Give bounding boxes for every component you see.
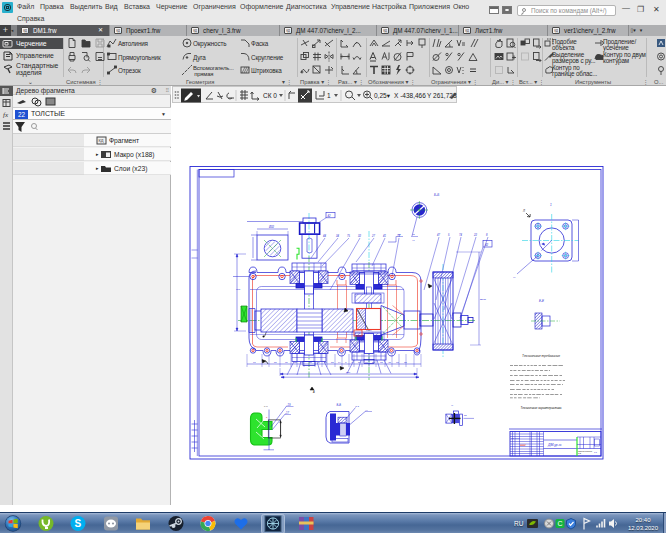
svg-text:Ø32: Ø32	[268, 225, 274, 229]
svg-text:Б-Б: Б-Б	[336, 403, 341, 407]
svg-text:КД: КД	[98, 138, 103, 143]
svg-text:40: 40	[388, 361, 391, 363]
svg-text:1: 1	[550, 203, 552, 207]
svg-text:10: 10	[380, 361, 383, 363]
svg-text:41: 41	[383, 234, 386, 238]
svg-text:34: 34	[336, 234, 339, 238]
svg-text:42: 42	[412, 233, 415, 236]
svg-text:78: 78	[398, 233, 401, 236]
svg-text:17: 17	[338, 361, 341, 363]
svg-text:8: 8	[486, 233, 488, 237]
svg-text:Б-Б: Б-Б	[434, 193, 439, 197]
svg-text:19: 19	[253, 361, 256, 363]
svg-text:22: 22	[473, 233, 477, 237]
svg-text:ДМ.ур.ю: ДМ.ур.ю	[547, 443, 562, 447]
svg-text:Л: Л	[522, 209, 525, 213]
svg-text:А: А	[312, 390, 315, 394]
svg-text:17: 17	[286, 411, 289, 415]
svg-text:32: 32	[358, 234, 361, 238]
svg-text:Ø125: Ø125	[479, 298, 487, 301]
svg-text:30: 30	[324, 361, 327, 363]
svg-text:165: 165	[236, 288, 241, 291]
svg-text:75: 75	[347, 234, 350, 238]
svg-text:74: 74	[459, 233, 462, 237]
svg-text:16: 16	[285, 361, 288, 363]
svg-text:5: 5	[448, 233, 450, 237]
svg-text:2: 2	[265, 416, 268, 418]
svg-text:1:2: 1:2	[578, 452, 582, 454]
svg-text:42: 42	[328, 214, 331, 218]
svg-text:Е-Е: Е-Е	[539, 299, 545, 303]
svg-text:': '	[341, 414, 342, 416]
svg-text:Масса Масшт.: Масса Масшт.	[578, 450, 593, 452]
svg-text:9: 9	[345, 361, 347, 363]
svg-text:Технические требования: Технические требования	[522, 354, 560, 358]
svg-text:7х: 7х	[513, 276, 516, 279]
svg-text:44: 44	[412, 239, 415, 242]
svg-text:19: 19	[288, 403, 291, 407]
svg-text:C: C	[557, 520, 562, 527]
svg-text:Изм Лист: Изм Лист	[511, 437, 520, 439]
svg-text:29: 29	[273, 361, 277, 363]
svg-text:Г: Г	[366, 409, 368, 411]
svg-text:284: 284	[345, 371, 351, 374]
svg-text:и-и: и-и	[264, 405, 268, 408]
svg-text:44: 44	[323, 234, 326, 238]
svg-text:fx: fx	[3, 111, 9, 119]
svg-text:44: 44	[351, 361, 354, 363]
svg-text:12: 12	[396, 361, 399, 363]
svg-text:33: 33	[404, 361, 407, 363]
svg-text:42: 42	[485, 243, 489, 247]
svg-text:20: 20	[463, 414, 467, 416]
svg-text:Ж: Ж	[450, 404, 454, 407]
svg-text:25: 25	[371, 361, 375, 363]
svg-text:1:1: 1:1	[594, 451, 598, 453]
svg-text:15: 15	[365, 361, 368, 363]
svg-text:Техническая характеристика: Техническая характеристика	[521, 406, 562, 410]
svg-text:47: 47	[437, 233, 440, 237]
svg-text:S: S	[75, 518, 82, 529]
svg-text:27: 27	[371, 234, 375, 238]
svg-text:62: 62	[331, 361, 334, 363]
svg-text:6,3: 6,3	[356, 405, 360, 408]
